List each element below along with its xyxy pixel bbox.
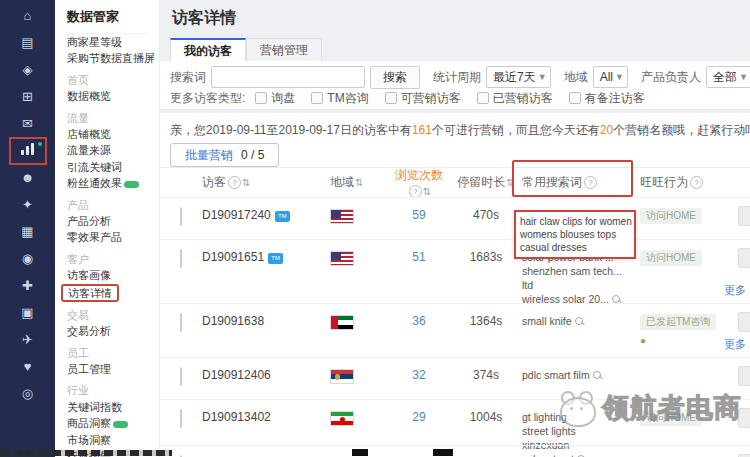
views-link[interactable]: 32 xyxy=(412,368,425,382)
box-icon[interactable]: ▦ xyxy=(15,224,41,240)
region-select[interactable]: All▼ xyxy=(593,66,628,88)
col-header-region[interactable]: 地域⇅ xyxy=(330,174,388,191)
views-link[interactable]: 59 xyxy=(412,208,425,222)
views-link[interactable]: 51 xyxy=(412,250,425,264)
briefcase-icon[interactable]: ▣ xyxy=(15,305,41,321)
col-header-views[interactable]: 浏览次数?⇅ xyxy=(388,167,450,198)
row-checkbox[interactable] xyxy=(180,409,182,428)
col-header-visitor[interactable]: 访客?⇅ xyxy=(202,174,330,191)
sort-icon[interactable]: ⇅ xyxy=(423,186,431,197)
redaction-mark xyxy=(352,449,368,456)
keyword-text: shenzhen sam tech... xyxy=(522,264,640,278)
sidebar-item-zero-effect-product[interactable]: 零效果产品 xyxy=(67,229,159,245)
search-keyword-icon[interactable] xyxy=(612,295,620,303)
sidebar-item-trade-analysis[interactable]: 交易分析 xyxy=(67,323,159,339)
table-row: D190917240TM 59 470s hair claw clips f 访… xyxy=(160,197,750,239)
sidebar-item-visitor-details[interactable]: 访客详情 xyxy=(67,284,159,302)
action-button-cutoff[interactable] xyxy=(738,366,750,386)
col-header-duration[interactable]: 停留时长⇅ xyxy=(450,174,522,191)
search-input[interactable] xyxy=(211,66,365,88)
table-row: D19091651TM 51 1683s solar power bank ..… xyxy=(160,239,750,303)
views-link[interactable]: 29 xyxy=(412,410,425,424)
sidebar-item-staff-management[interactable]: 员工管理 xyxy=(67,361,159,377)
info-icon[interactable]: ? xyxy=(409,185,422,198)
store-icon[interactable]: ▤ xyxy=(15,35,41,51)
region-label: 地域 xyxy=(564,69,588,86)
visitor-id: D190913402 xyxy=(202,410,271,424)
sidebar-item-goods-insight[interactable]: 商品洞察 xyxy=(67,415,159,431)
info-icon[interactable]: ? xyxy=(584,176,597,189)
search-button[interactable]: 搜索 xyxy=(370,66,420,89)
camera-icon[interactable]: ◎ xyxy=(15,386,41,402)
period-select[interactable]: 最近7天▼ xyxy=(486,66,551,88)
checkbox-icon xyxy=(255,92,267,104)
notification-dot xyxy=(38,142,42,146)
sidebar-item-shop-overview[interactable]: 店铺概览 xyxy=(67,126,159,142)
main-content: 访客详情 我的访客 营销管理 搜索词 搜索 统计周期 最近7天▼ 地域 All▼… xyxy=(160,0,750,457)
sidebar-item-traffic-source[interactable]: 流量来源 xyxy=(67,142,159,158)
sidebar-item-product-analysis[interactable]: 产品分析 xyxy=(67,213,159,229)
duration-value: 1004s xyxy=(450,400,522,424)
send-icon[interactable]: ✈ xyxy=(15,332,41,348)
checkbox-marketed[interactable]: 已营销访客 xyxy=(477,90,553,107)
marketable-count: 161 xyxy=(412,123,432,137)
wangwang-badge: 访问HOME xyxy=(640,410,702,426)
sidebar-item-keyword-index[interactable]: 关键词指数 xyxy=(67,399,159,415)
keyword-text: ltd xyxy=(522,278,640,292)
sidebar-item-fans-effect[interactable]: 粉丝通效果 xyxy=(67,175,159,191)
apps-icon[interactable]: ⊞ xyxy=(15,89,41,105)
app-title: 数据管家 xyxy=(67,8,149,34)
globe-icon[interactable]: ◉ xyxy=(15,251,41,267)
info-icon[interactable]: ? xyxy=(228,176,241,189)
duration-value: 1683s xyxy=(450,240,522,264)
new-badge xyxy=(113,421,128,428)
share-icon[interactable]: ✦ xyxy=(15,197,41,213)
row-checkbox[interactable] xyxy=(180,313,182,332)
shield-icon[interactable]: ◈ xyxy=(15,62,41,78)
product-icon[interactable]: ✚ xyxy=(15,278,41,294)
chart-icon[interactable] xyxy=(15,143,41,159)
batch-marketing-button[interactable]: 批量营销0 / 5 xyxy=(170,143,279,167)
sort-icon[interactable]: ⇅ xyxy=(355,177,363,188)
icon-rail: ⌂ ▤ ◈ ⊞ ✉ ☻ ✦ ▦ ◉ ✚ ▣ ✈ ♥ ◎ xyxy=(0,0,55,457)
row-checkbox[interactable] xyxy=(180,367,182,386)
action-button-cutoff[interactable] xyxy=(738,312,750,332)
checkbox-marketable[interactable]: 可营销访客 xyxy=(385,90,461,107)
chevron-down-icon: ▼ xyxy=(615,67,624,87)
table-header-row: 访客?⇅ 地域⇅ 浏览次数?⇅ 停留时长⇅ 常用搜索词? 旺旺行为? xyxy=(160,167,750,197)
sidebar-item-procurement-live[interactable]: 采购节数据直播屏 xyxy=(67,50,159,66)
action-button-cutoff[interactable] xyxy=(738,248,750,268)
search-keyword-icon[interactable] xyxy=(593,371,601,379)
keyword-text: small knife xyxy=(522,314,572,328)
sidebar-item-market-insight[interactable]: 市场洞察 xyxy=(67,432,159,448)
info-icon[interactable]: ? xyxy=(690,176,703,189)
views-link[interactable]: 36 xyxy=(412,314,425,328)
keyword-text: street lights xyxy=(522,424,640,438)
col-header-keywords: 常用搜索词? xyxy=(522,174,640,191)
redaction-mark xyxy=(433,449,453,456)
checkbox-tm-consult[interactable]: TM咨询 xyxy=(311,90,368,107)
action-button-cutoff[interactable] xyxy=(738,206,750,226)
home-icon[interactable]: ⌂ xyxy=(15,8,41,24)
sidebar-item-visitor-profile[interactable]: 访客画像 xyxy=(67,267,159,283)
row-checkbox[interactable] xyxy=(180,207,182,226)
checkbox-inquiry[interactable]: 询盘 xyxy=(255,90,295,107)
sidebar-item-merchant-star[interactable]: 商家星等级 xyxy=(67,34,159,50)
sidebar-item-keywords[interactable]: 引流关键词 xyxy=(67,159,159,175)
more-link[interactable]: 更多 xyxy=(724,283,746,298)
tm-badge-icon: TM xyxy=(268,253,283,264)
favorite-icon[interactable]: ♥ xyxy=(15,359,41,375)
search-keyword-icon[interactable] xyxy=(575,317,583,325)
more-link[interactable]: 更多 xyxy=(724,337,746,352)
sidebar-item-data-overview[interactable]: 数据概览 xyxy=(67,88,159,104)
owner-select[interactable]: 全部▼ xyxy=(706,66,750,88)
action-button-cutoff[interactable] xyxy=(738,408,750,428)
checkbox-noted[interactable]: 有备注访客 xyxy=(569,90,645,107)
sort-icon[interactable]: ⇅ xyxy=(506,177,514,188)
user-icon[interactable]: ☻ xyxy=(15,170,41,186)
checkbox-icon xyxy=(477,92,489,104)
row-checkbox[interactable] xyxy=(180,249,182,268)
tab-marketing-management[interactable]: 营销管理 xyxy=(246,38,322,63)
message-icon[interactable]: ✉ xyxy=(15,116,41,132)
sort-icon[interactable]: ⇅ xyxy=(242,177,250,188)
